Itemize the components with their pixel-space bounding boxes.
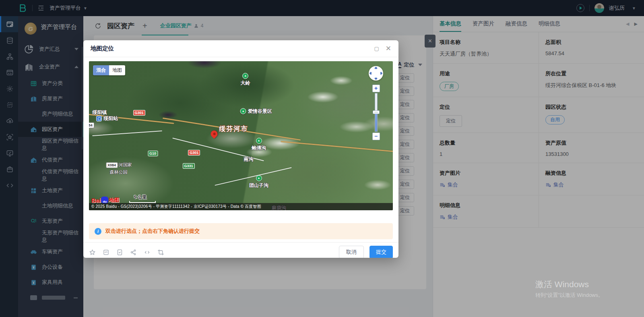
maximize-icon[interactable]: ▢ bbox=[374, 46, 379, 52]
map-label-G10: G10 bbox=[148, 149, 158, 156]
svg-text:API: API bbox=[105, 251, 108, 253]
cancel-button[interactable]: 取消 bbox=[339, 246, 364, 258]
poi-marker-icon: ▲ bbox=[256, 138, 262, 144]
api-icon[interactable]: API bbox=[103, 249, 109, 256]
poi-marker-icon: ▲ bbox=[256, 175, 262, 181]
notice-bar: i 双击进行选点；点击右下角确认进行提交 bbox=[89, 223, 393, 239]
map-road bbox=[281, 141, 393, 153]
zoom-in-button[interactable]: + bbox=[372, 85, 380, 92]
modal-footer: API 取消 提交 bbox=[83, 242, 398, 258]
map-label-G331: G331 bbox=[183, 162, 195, 169]
map-label-84: 84 bbox=[89, 121, 94, 128]
map-label-团山子沟: ▲团山子沟 bbox=[249, 175, 268, 189]
code-icon[interactable] bbox=[144, 249, 151, 256]
zoom-out-button[interactable]: − bbox=[372, 133, 380, 140]
map-locate-dialog: 地图定位 ▢ ✕ ▲大岭▲爱情谷景区绥芬河市▲鲍傅沟南沟▲团山子沟绥阳镇绥阳站绥… bbox=[83, 40, 398, 258]
map-copyright: © 2025 Baidu - GS(2023)3206号 - 甲测资字11111… bbox=[89, 203, 393, 210]
windows-activation-watermark: 激活 Windows 转到“设置”以激活 Windows。 bbox=[535, 279, 603, 299]
layer-hybrid-button[interactable]: 混合 bbox=[93, 65, 109, 75]
map-pan-control[interactable] bbox=[369, 66, 383, 81]
info-icon: i bbox=[95, 228, 101, 235]
notice-text: 双击进行选点；点击右下角确认进行提交 bbox=[105, 228, 200, 235]
map-label-G301: G301 bbox=[133, 108, 145, 116]
crop-icon[interactable] bbox=[157, 249, 164, 256]
poi-marker-icon: ▲ bbox=[242, 73, 248, 79]
map-zoom-control: + − bbox=[371, 85, 381, 140]
map-label-X084: X084 bbox=[106, 161, 118, 168]
doc-check-icon[interactable] bbox=[116, 249, 123, 256]
station-icon bbox=[96, 116, 102, 121]
map-label-爱情谷景区: ▲爱情谷景区 bbox=[240, 108, 272, 114]
star-icon[interactable] bbox=[89, 249, 96, 256]
modal-title: 地图定位 bbox=[91, 45, 114, 52]
map-scale: 5 公里 bbox=[129, 194, 156, 203]
map-canvas[interactable]: ▲大岭▲爱情谷景区绥芬河市▲鲍傅沟南沟▲团山子沟绥阳镇绥阳站绥芬河国家 森林公园… bbox=[89, 61, 393, 210]
close-icon[interactable]: ✕ bbox=[386, 44, 391, 53]
poi-marker-icon: ▲ bbox=[240, 108, 246, 114]
map-label-G301: G301 bbox=[188, 148, 200, 155]
map-label-绥芬河市: 绥芬河市 bbox=[219, 125, 248, 133]
map-label-绥阳站: 绥阳站 bbox=[96, 115, 118, 122]
modal-header: 地图定位 ▢ ✕ bbox=[83, 40, 398, 57]
map-label-绥阳镇: 绥阳镇 bbox=[92, 108, 107, 116]
map-layer-toggle: 混合 地图 bbox=[93, 65, 125, 75]
map-label-鲍傅沟: ▲鲍傅沟 bbox=[252, 138, 266, 151]
zoom-slider-handle[interactable] bbox=[373, 110, 380, 114]
map-label-大岭: ▲大岭 bbox=[241, 73, 250, 87]
location-pin-icon[interactable] bbox=[209, 129, 219, 139]
share-icon[interactable] bbox=[130, 249, 137, 256]
zoom-slider[interactable] bbox=[375, 93, 378, 132]
submit-button[interactable]: 提交 bbox=[369, 246, 393, 258]
layer-map-button[interactable]: 地图 bbox=[109, 65, 125, 75]
map-road bbox=[92, 131, 162, 136]
map-label-南沟: 南沟 bbox=[244, 155, 253, 163]
